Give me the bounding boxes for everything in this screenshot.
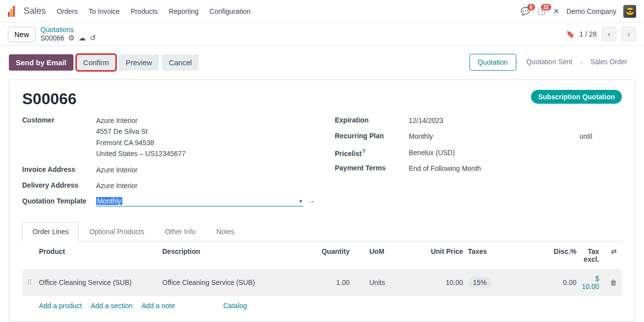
col-description[interactable]: Description xyxy=(162,247,310,263)
recurring-plan-label: Recurring Plan xyxy=(335,131,409,140)
top-navbar: Sales Orders To Invoice Products Reporti… xyxy=(0,0,644,23)
status-bar: Quotation › Quotation Sent › Sales Order xyxy=(469,54,635,71)
tab-other-info[interactable]: Other Info xyxy=(154,222,206,241)
quotation-template-select[interactable]: Monthly ▼ xyxy=(96,196,303,206)
breadcrumb: Quotations S00066 ⚙ ☁ ↺ xyxy=(40,26,96,42)
quotation-template-value: Monthly xyxy=(96,197,122,205)
company-selector[interactable]: Demo Company xyxy=(567,7,616,15)
col-taxes[interactable]: Taxes xyxy=(463,247,502,263)
cell-discount[interactable]: 0.00 xyxy=(502,279,576,286)
settings-icon[interactable]: ⇄ xyxy=(611,247,617,255)
chevron-right-icon: › xyxy=(628,30,630,38)
cloud-icon[interactable]: ☁ xyxy=(78,34,86,42)
invoice-address-label: Invoice Address xyxy=(22,164,96,173)
help-icon[interactable]: ? xyxy=(362,148,365,154)
new-button[interactable]: New xyxy=(8,27,36,42)
expiration-label: Expiration xyxy=(335,115,409,124)
control-panel: New Quotations S00066 ⚙ ☁ ↺ 🔖 1 / 28 ‹ › xyxy=(0,23,644,46)
tab-optional-products[interactable]: Optional Products xyxy=(79,222,154,241)
delivery-address-label: Delivery Address xyxy=(22,180,96,189)
tab-notes[interactable]: Notes xyxy=(206,222,245,241)
undo-icon[interactable]: ↺ xyxy=(90,34,96,42)
pager-prev[interactable]: ‹ xyxy=(602,27,616,41)
breadcrumb-parent[interactable]: Quotations xyxy=(40,26,96,34)
menu-products[interactable]: Products xyxy=(131,7,158,15)
user-avatar[interactable]: 😎 xyxy=(623,5,636,18)
pager-next[interactable]: › xyxy=(621,27,636,41)
cell-taxes[interactable]: 15% xyxy=(468,277,492,288)
activities-button[interactable]: 🕒 22 xyxy=(537,7,546,16)
breadcrumb-current: S00066 xyxy=(40,34,64,42)
cell-tax-excl[interactable]: $ 10.00 xyxy=(576,275,602,290)
catalog-link[interactable]: Catalog xyxy=(223,302,247,310)
cell-product[interactable]: Office Cleaning Service (SUB) xyxy=(39,279,162,286)
form-sheet: Subscription Quotation S00066 Customer A… xyxy=(9,80,635,322)
tab-order-lines[interactable]: Order Lines xyxy=(22,222,79,242)
send-email-button[interactable]: Send by Email xyxy=(9,54,73,71)
cell-unit-price[interactable]: 10.00 xyxy=(404,279,463,286)
add-product-link[interactable]: Add a product xyxy=(39,302,82,310)
menu-to-invoice[interactable]: To Invoice xyxy=(89,7,120,15)
right-column: Expiration 12/14/2023 Recurring Plan Mon… xyxy=(335,115,622,211)
menu-orders[interactable]: Orders xyxy=(57,7,78,15)
external-link-icon[interactable]: → xyxy=(308,198,315,205)
confirm-button[interactable]: Confirm xyxy=(76,54,116,71)
quotation-template-label: Quotation Template xyxy=(22,196,96,205)
messages-badge: 6 xyxy=(527,4,535,10)
left-column: Customer Azure Interior 4557 De Silva St… xyxy=(22,115,315,211)
customer-value[interactable]: Azure Interior 4557 De Silva St Fremont … xyxy=(96,115,315,160)
gear-icon[interactable]: ⚙ xyxy=(68,34,74,42)
stage-quotation-sent[interactable]: Quotation Sent xyxy=(518,54,580,71)
cell-uom[interactable]: Units xyxy=(350,279,404,286)
trash-icon[interactable]: 🗑 xyxy=(610,279,617,286)
chevron-left-icon: ‹ xyxy=(608,30,610,38)
col-unit-price[interactable]: Unit Price xyxy=(404,247,463,263)
cancel-button[interactable]: Cancel xyxy=(162,54,199,71)
stage-quotation[interactable]: Quotation xyxy=(469,54,516,71)
cell-description[interactable]: Office Cleaning Service (SUB) xyxy=(162,279,310,286)
recurring-plan-value[interactable]: Monthly xyxy=(409,131,433,142)
invoice-address-value[interactable]: Azure Interior xyxy=(96,164,315,175)
drag-handle-icon[interactable]: ⠿ xyxy=(27,279,39,286)
pricelist-value[interactable]: Benelux (USD) xyxy=(409,147,622,158)
messages-button[interactable]: 💬 6 xyxy=(521,7,530,16)
delivery-address-value[interactable]: Azure Interior xyxy=(96,180,315,191)
col-tax-excl[interactable]: Tax excl. xyxy=(576,247,602,263)
col-quantity[interactable]: Quantity xyxy=(310,247,350,263)
recurring-until-label: until xyxy=(579,131,592,142)
expiration-value[interactable]: 12/14/2023 xyxy=(409,115,622,126)
col-product[interactable]: Product xyxy=(39,247,162,263)
cell-quantity[interactable]: 1.00 xyxy=(310,279,350,286)
col-uom[interactable]: UoM xyxy=(350,247,404,263)
menu-reporting[interactable]: Reporting xyxy=(169,7,199,15)
app-title[interactable]: Sales xyxy=(24,6,46,16)
add-note-link[interactable]: Add a note xyxy=(142,302,175,310)
action-bar: Send by Email Confirm Preview Cancel Quo… xyxy=(0,46,644,71)
app-logo[interactable] xyxy=(8,6,19,17)
pager-text[interactable]: 1 / 28 xyxy=(579,30,597,38)
pricelist-label: Pricelist? xyxy=(335,147,409,158)
col-discount[interactable]: Disc.% xyxy=(502,247,576,263)
chevron-down-icon: ▼ xyxy=(298,199,303,204)
tools-icon[interactable]: ✕ xyxy=(553,7,560,16)
order-line-row[interactable]: ⠿ Office Cleaning Service (SUB) Office C… xyxy=(22,270,622,296)
payment-terms-label: Payment Terms xyxy=(335,163,409,172)
menu-configuration[interactable]: Configuration xyxy=(210,7,250,15)
stage-sales-order[interactable]: Sales Order xyxy=(582,54,635,71)
notebook-tabs: Order Lines Optional Products Other Info… xyxy=(22,222,622,242)
subscription-ribbon: Subscription Quotation xyxy=(531,90,622,104)
payment-terms-value[interactable]: End of Following Month xyxy=(409,163,622,174)
customer-label: Customer xyxy=(22,115,96,124)
grid-header: Product Description Quantity UoM Unit Pr… xyxy=(22,242,622,270)
add-section-link[interactable]: Add a section xyxy=(91,302,133,310)
preview-button[interactable]: Preview xyxy=(119,54,159,71)
bookmark-icon[interactable]: 🔖 xyxy=(566,30,574,38)
activities-badge: 22 xyxy=(541,4,551,10)
